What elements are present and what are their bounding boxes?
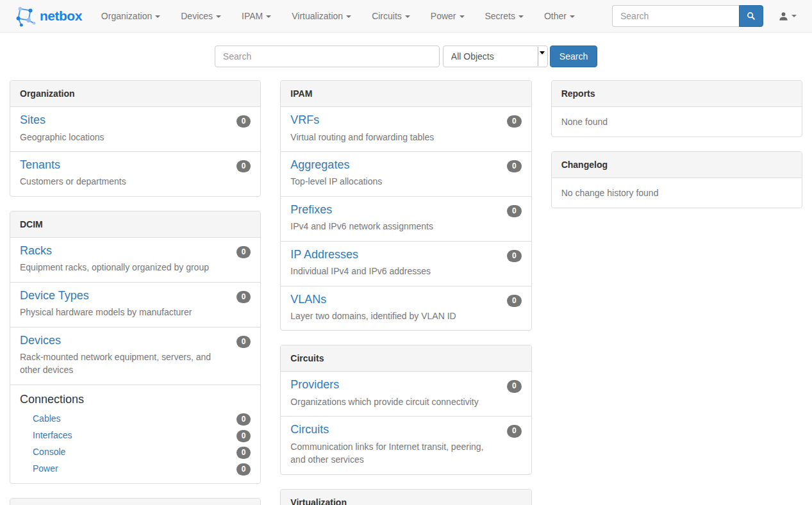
count-badge: 0 bbox=[236, 413, 251, 426]
search-button[interactable]: Search bbox=[550, 46, 597, 67]
device-types-link[interactable]: Device Types bbox=[20, 289, 89, 303]
main-menu: Organization Devices IPAM Virtualization… bbox=[91, 1, 585, 31]
racks-link[interactable]: Racks bbox=[20, 244, 52, 258]
netbox-logo-icon bbox=[14, 4, 36, 28]
count-badge: 0 bbox=[236, 336, 251, 348]
list-item-vlans: 0 VLANs Layer two domains, identified by… bbox=[281, 286, 531, 331]
panel-title: Organization bbox=[10, 81, 260, 107]
item-description: Equipment racks, optionally organized by… bbox=[20, 261, 251, 274]
menu-secrets[interactable]: Secrets bbox=[475, 1, 534, 31]
item-description: Layer two domains, identified by VLAN ID bbox=[290, 310, 521, 322]
menu-power[interactable]: Power bbox=[420, 1, 475, 31]
panel-title: DCIM bbox=[10, 211, 260, 238]
panel-power: Power bbox=[10, 498, 261, 505]
panel-dcim: DCIM 0 Racks Equipment racks, optionally… bbox=[10, 211, 261, 484]
menu-ipam[interactable]: IPAM bbox=[231, 1, 281, 31]
navbar-search-form bbox=[612, 5, 763, 27]
chevron-down-icon bbox=[460, 15, 465, 18]
aggregates-link[interactable]: Aggregates bbox=[290, 158, 349, 172]
count-badge: 0 bbox=[507, 380, 522, 392]
top-navbar: netbox Organization Devices IPAM Virtual… bbox=[0, 0, 812, 33]
prefixes-link[interactable]: Prefixes bbox=[290, 203, 332, 217]
chevron-down-icon bbox=[405, 15, 410, 18]
chevron-down-icon bbox=[266, 15, 271, 18]
global-search-bar: All Objects Search bbox=[0, 33, 812, 80]
list-item-racks: 0 Racks Equipment racks, optionally orga… bbox=[10, 238, 260, 282]
brand-name: netbox bbox=[40, 8, 82, 24]
connection-row-interfaces: 0 Interfaces bbox=[10, 427, 260, 443]
user-icon bbox=[779, 12, 788, 21]
connection-row-power: 0 Power bbox=[10, 460, 260, 477]
count-badge: 0 bbox=[507, 160, 522, 172]
count-badge: 0 bbox=[236, 463, 251, 476]
list-item-providers: 0 Providers Organizations which provide … bbox=[281, 372, 531, 416]
list-item-circuits: 0 Circuits Communication links for Inter… bbox=[281, 416, 531, 474]
menu-organization[interactable]: Organization bbox=[91, 1, 170, 31]
search-input[interactable] bbox=[215, 46, 440, 67]
menu-circuits[interactable]: Circuits bbox=[361, 1, 420, 31]
chevron-down-icon bbox=[346, 15, 351, 18]
menu-other[interactable]: Other bbox=[534, 1, 585, 31]
count-badge: 0 bbox=[236, 447, 251, 459]
chevron-down-icon bbox=[216, 15, 221, 18]
count-badge: 0 bbox=[507, 250, 522, 262]
tenants-link[interactable]: Tenants bbox=[20, 158, 60, 172]
item-description: Individual IPv4 and IPv6 addresses bbox=[290, 265, 521, 277]
panel-circuits: Circuits 0 Providers Organizations which… bbox=[280, 345, 531, 474]
panel-organization: Organization 0 Sites Geographic location… bbox=[10, 80, 261, 197]
navbar-search-input[interactable] bbox=[612, 5, 739, 27]
panel-title: Power bbox=[10, 499, 260, 505]
count-badge: 0 bbox=[236, 430, 251, 442]
item-description: Physical hardware models by manufacturer bbox=[20, 306, 251, 319]
panel-reports: Reports None found bbox=[551, 80, 802, 137]
chevron-down-icon bbox=[518, 15, 524, 18]
count-badge: 0 bbox=[236, 246, 251, 258]
count-badge: 0 bbox=[507, 205, 522, 217]
object-type-select[interactable]: All Objects bbox=[443, 46, 548, 67]
column-left: Organization 0 Sites Geographic location… bbox=[10, 80, 261, 505]
cables-link[interactable]: Cables bbox=[33, 413, 61, 424]
item-description: Organizations which provide circuit conn… bbox=[290, 395, 521, 408]
count-badge: 0 bbox=[236, 115, 251, 128]
panel-ipam: IPAM 0 VRFs Virtual routing and forwardi… bbox=[280, 80, 531, 331]
user-menu[interactable] bbox=[775, 6, 800, 26]
panel-title: Reports bbox=[552, 81, 802, 107]
chevron-down-icon bbox=[570, 15, 575, 18]
item-description: Virtual routing and forwarding tables bbox=[290, 131, 521, 144]
chevron-down-icon bbox=[791, 15, 797, 17]
interfaces-link[interactable]: Interfaces bbox=[33, 430, 72, 440]
list-item-devices: 0 Devices Rack-mounted network equipment… bbox=[10, 327, 260, 385]
item-description: Geographic locations bbox=[20, 131, 251, 144]
sites-link[interactable]: Sites bbox=[20, 113, 46, 128]
ip-addresses-link[interactable]: IP Addresses bbox=[290, 248, 358, 262]
list-item-prefixes: 0 Prefixes IPv4 and IPv6 network assignm… bbox=[281, 196, 531, 241]
count-badge: 0 bbox=[236, 291, 251, 303]
providers-link[interactable]: Providers bbox=[290, 378, 339, 392]
item-description: Customers or departments bbox=[20, 175, 251, 188]
panel-changelog: Changelog No change history found bbox=[551, 151, 802, 208]
connection-row-console: 0 Console bbox=[10, 443, 260, 460]
circuits-link[interactable]: Circuits bbox=[290, 423, 329, 437]
devices-link[interactable]: Devices bbox=[20, 334, 61, 348]
power-connections-link[interactable]: Power bbox=[33, 463, 58, 474]
column-middle: IPAM 0 VRFs Virtual routing and forwardi… bbox=[280, 80, 531, 505]
menu-virtualization[interactable]: Virtualization bbox=[281, 1, 361, 31]
connections-heading: Connections bbox=[10, 392, 260, 410]
vlans-link[interactable]: VLANs bbox=[290, 293, 326, 307]
dashboard-grid: Organization 0 Sites Geographic location… bbox=[0, 80, 812, 505]
console-link[interactable]: Console bbox=[33, 447, 65, 457]
item-description: IPv4 and IPv6 network assignments bbox=[290, 220, 521, 233]
panel-title: IPAM bbox=[281, 81, 531, 107]
panel-title: Circuits bbox=[281, 345, 531, 372]
connection-row-cables: 0 Cables bbox=[10, 410, 260, 427]
list-item-vrfs: 0 VRFs Virtual routing and forwarding ta… bbox=[281, 107, 531, 151]
item-description: Communication links for Internet transit… bbox=[290, 440, 521, 467]
list-item-sites: 0 Sites Geographic locations bbox=[10, 107, 260, 151]
menu-devices[interactable]: Devices bbox=[170, 1, 231, 31]
column-right: Reports None found Changelog No change h… bbox=[551, 80, 802, 505]
vrfs-link[interactable]: VRFs bbox=[290, 113, 319, 128]
netbox-brand[interactable]: netbox bbox=[14, 4, 82, 28]
item-description: Rack-mounted network equipment, servers,… bbox=[20, 351, 251, 377]
count-badge: 0 bbox=[507, 115, 522, 128]
navbar-search-button[interactable] bbox=[739, 5, 763, 27]
